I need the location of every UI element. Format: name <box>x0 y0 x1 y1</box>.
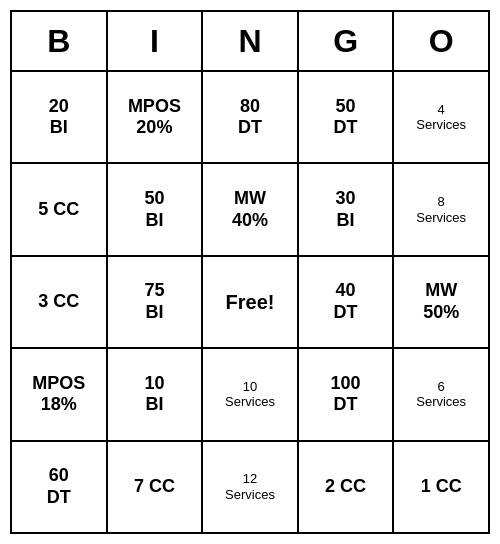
bingo-row: 20BIMPOS20%80DT50DT4Services <box>12 72 488 164</box>
cell-r0-c1: MPOS20% <box>108 72 204 162</box>
cell-r2-c3: 40DT <box>299 257 395 347</box>
cell-r1-c1: 50BI <box>108 164 204 254</box>
cell-r2-c4: MW50% <box>394 257 488 347</box>
cell-r2-c2: Free! <box>203 257 299 347</box>
bingo-card: BINGO 20BIMPOS20%80DT50DT4Services5 CC50… <box>10 10 490 534</box>
bingo-row: MPOS18%10BI10Services100DT6Services <box>12 349 488 441</box>
cell-r4-c1: 7 CC <box>108 442 204 532</box>
header-letter: N <box>203 12 299 70</box>
cell-r3-c3: 100DT <box>299 349 395 439</box>
header-letter: B <box>12 12 108 70</box>
bingo-row: 5 CC50BIMW40%30BI8Services <box>12 164 488 256</box>
cell-r4-c4: 1 CC <box>394 442 488 532</box>
cell-r1-c2: MW40% <box>203 164 299 254</box>
cell-r0-c3: 50DT <box>299 72 395 162</box>
header-letter: O <box>394 12 488 70</box>
bingo-row: 60DT7 CC12Services2 CC1 CC <box>12 442 488 532</box>
cell-r3-c4: 6Services <box>394 349 488 439</box>
cell-r1-c0: 5 CC <box>12 164 108 254</box>
cell-r3-c0: MPOS18% <box>12 349 108 439</box>
cell-r1-c4: 8Services <box>394 164 488 254</box>
cell-r2-c0: 3 CC <box>12 257 108 347</box>
cell-r0-c2: 80DT <box>203 72 299 162</box>
cell-r0-c4: 4Services <box>394 72 488 162</box>
header-letter: G <box>299 12 395 70</box>
cell-r3-c2: 10Services <box>203 349 299 439</box>
cell-r4-c0: 60DT <box>12 442 108 532</box>
bingo-body: 20BIMPOS20%80DT50DT4Services5 CC50BIMW40… <box>12 72 488 532</box>
cell-r0-c0: 20BI <box>12 72 108 162</box>
cell-r4-c2: 12Services <box>203 442 299 532</box>
cell-r3-c1: 10BI <box>108 349 204 439</box>
header-letter: I <box>108 12 204 70</box>
cell-r1-c3: 30BI <box>299 164 395 254</box>
cell-r4-c3: 2 CC <box>299 442 395 532</box>
cell-r2-c1: 75BI <box>108 257 204 347</box>
bingo-header: BINGO <box>12 12 488 72</box>
bingo-row: 3 CC75BIFree!40DTMW50% <box>12 257 488 349</box>
